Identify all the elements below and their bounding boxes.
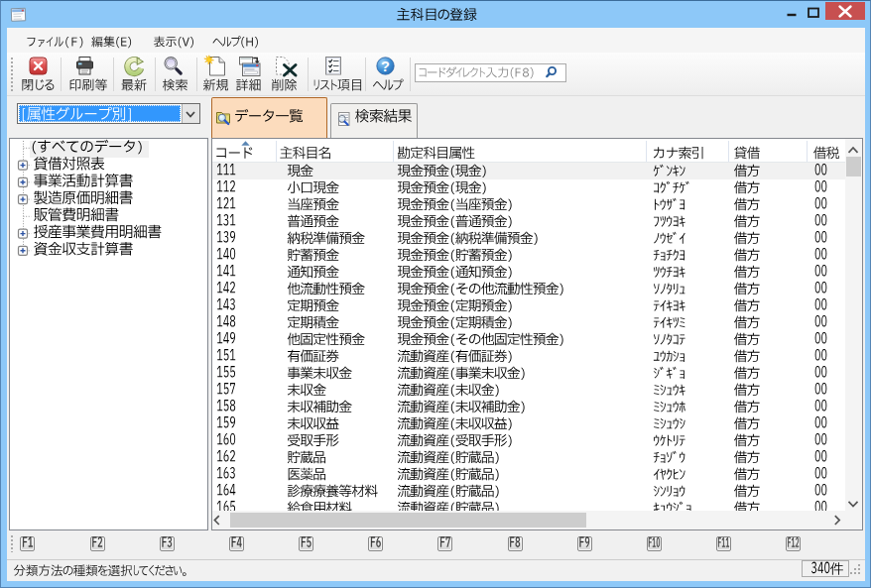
svg-text:?: ? [381,59,390,74]
